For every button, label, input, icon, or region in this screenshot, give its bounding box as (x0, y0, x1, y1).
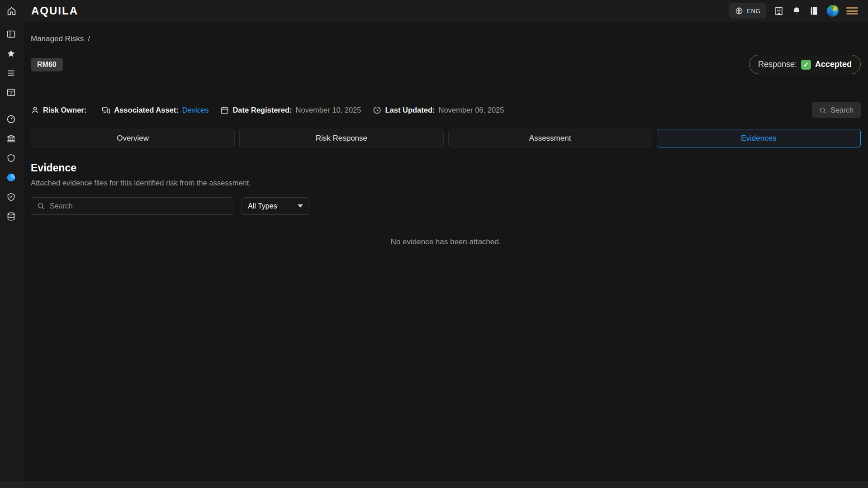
globe-icon (735, 7, 743, 15)
calendar-icon (220, 106, 229, 114)
breadcrumb: Managed Risks / (31, 34, 861, 43)
search-icon (819, 107, 826, 114)
language-selector[interactable]: ENG (729, 3, 766, 19)
brand-logo[interactable]: AQUILA (31, 5, 78, 17)
database-icon[interactable] (6, 212, 16, 221)
tab-overview[interactable]: Overview (31, 129, 235, 147)
evidence-search-input[interactable] (50, 202, 227, 210)
bell-icon[interactable] (792, 6, 802, 16)
panel-left-icon[interactable] (6, 29, 16, 39)
evidence-search-box[interactable] (31, 197, 233, 215)
evidence-filter-row: All Types (31, 197, 861, 215)
response-status-badge: Response: ✓ Accepted (749, 55, 861, 74)
shield-check-icon[interactable] (6, 192, 16, 202)
associated-asset-link[interactable]: Devices (182, 106, 209, 114)
type-select-value: All Types (248, 202, 277, 210)
breadcrumb-managed-risks[interactable]: Managed Risks (31, 34, 84, 43)
meta-risk-owner: Risk Owner: (31, 106, 90, 114)
risk-tabs: Overview Risk Response Assessment Eviden… (31, 129, 861, 147)
response-label: Response: (758, 60, 797, 69)
meta-label: Associated Asset: (114, 106, 178, 114)
meta-value: November 06, 2025 (439, 106, 504, 114)
breadcrumb-separator: / (88, 34, 90, 43)
meta-label: Date Registered: (232, 106, 292, 114)
home-button[interactable] (0, 0, 23, 22)
check-icon: ✓ (801, 60, 811, 70)
devices-icon (102, 106, 110, 114)
menu-icon[interactable] (846, 6, 858, 15)
meta-associated-asset: Associated Asset: Devices (102, 106, 209, 114)
avatar-sphere[interactable] (827, 5, 839, 17)
layout-grid-icon[interactable] (6, 88, 16, 97)
chevron-down-icon (298, 204, 303, 208)
meta-label: Risk Owner: (43, 106, 86, 114)
evidence-title: Evidence (31, 162, 861, 174)
main-content: Managed Risks / RM60 Response: ✓ Accepte… (23, 22, 868, 488)
risk-id-badge: RM60 (31, 58, 63, 71)
header-search-button[interactable]: Search (812, 102, 861, 118)
bank-icon[interactable] (6, 134, 16, 143)
tab-risk-response[interactable]: Risk Response (239, 129, 443, 147)
evidence-type-select[interactable]: All Types (242, 197, 309, 215)
language-label: ENG (747, 8, 760, 14)
evidence-description: Attached evidence files for this identif… (31, 179, 861, 187)
gauge-icon[interactable] (6, 114, 16, 124)
book-icon[interactable] (809, 6, 819, 16)
response-value: Accepted (815, 60, 852, 69)
topbar-actions: ENG (729, 3, 868, 19)
person-icon (31, 106, 39, 114)
header-search-label: Search (830, 106, 854, 114)
star-icon[interactable] (6, 49, 16, 58)
topbar: AQUILA ENG (0, 0, 868, 22)
risk-meta-row: Risk Owner: Associated Asset: Devices Da… (31, 102, 861, 118)
sidebar (0, 22, 23, 488)
meta-last-updated: Last Updated: November 06, 2025 (373, 106, 504, 114)
search-icon (37, 202, 45, 210)
footer-strip (0, 481, 868, 488)
meta-label: Last Updated: (385, 106, 435, 114)
empty-state-message: No evidence has been attached. (31, 237, 861, 246)
list-icon[interactable] (6, 68, 16, 78)
risk-management-icon[interactable] (6, 173, 16, 182)
tab-evidences[interactable]: Evidences (657, 129, 861, 147)
meta-value: November 10, 2025 (296, 106, 361, 114)
home-icon (7, 6, 16, 16)
shield-icon[interactable] (6, 153, 16, 163)
clock-icon (373, 106, 381, 114)
tab-assessment[interactable]: Assessment (448, 129, 652, 147)
meta-date-registered: Date Registered: November 10, 2025 (220, 106, 361, 114)
organization-icon[interactable] (774, 6, 784, 16)
risk-header-row: RM60 Response: ✓ Accepted (31, 55, 861, 74)
